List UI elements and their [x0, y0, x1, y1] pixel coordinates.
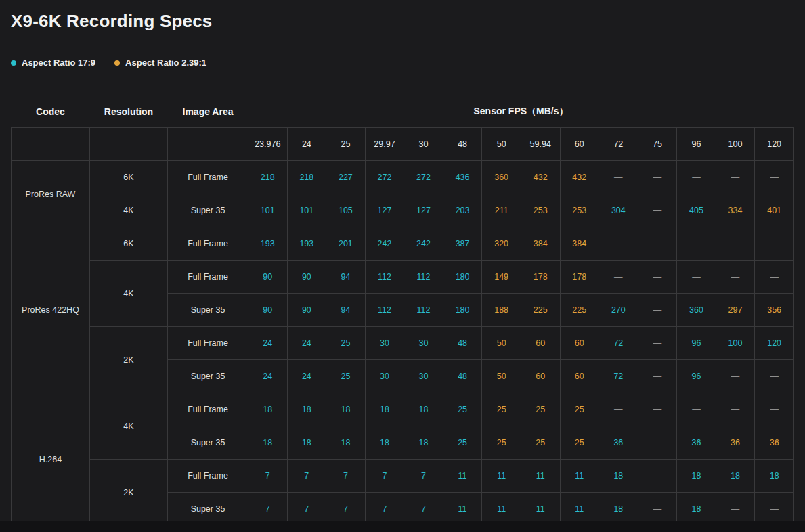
- spec-row: 2KFull Frame24242530304850606072—9610012…: [12, 327, 794, 360]
- bitrate-cell-na: —: [716, 393, 755, 426]
- bitrate-cell: 149: [482, 261, 521, 294]
- codec-cell: ProRes RAW: [12, 161, 90, 227]
- bitrate-cell: 96: [677, 327, 716, 360]
- bitrate-cell: 96: [677, 360, 716, 393]
- bitrate-cell: 30: [365, 360, 404, 393]
- bitrate-cell: 272: [365, 161, 404, 194]
- bitrate-cell: 25: [443, 393, 482, 426]
- bitrate-cell: 18: [755, 460, 794, 493]
- resolution-column-header: Resolution: [90, 96, 168, 128]
- empty-header-cell: [90, 128, 168, 161]
- bitrate-cell: 94: [326, 261, 366, 294]
- resolution-cell: 4K: [90, 261, 168, 327]
- bitrate-cell: 401: [755, 194, 794, 227]
- table-header-row: Codec Resolution Image Area Sensor FPS（M…: [12, 96, 794, 128]
- bitrate-cell-na: —: [755, 261, 794, 294]
- bitrate-cell: 356: [755, 294, 794, 327]
- resolution-cell: 4K: [90, 393, 168, 460]
- bitrate-cell: 112: [365, 294, 404, 327]
- bitrate-cell: 90: [248, 294, 288, 327]
- fps-column-30: 30: [404, 128, 443, 161]
- bitrate-cell: 18: [248, 393, 288, 426]
- bitrate-cell: 120: [755, 327, 794, 360]
- bitrate-cell: 218: [287, 161, 326, 194]
- image-area-cell: Full Frame: [168, 227, 248, 261]
- legend-label-17-9: Aspect Ratio 17:9: [22, 58, 95, 68]
- image-area-cell: Full Frame: [168, 161, 248, 194]
- bitrate-cell: 127: [404, 194, 443, 227]
- bitrate-cell-na: —: [599, 393, 638, 426]
- fps-column-100: 100: [716, 128, 755, 161]
- bitrate-cell-na: —: [638, 194, 677, 227]
- bitrate-cell: 18: [716, 460, 755, 493]
- bitrate-cell: 24: [248, 327, 288, 360]
- spec-row: H.2644KFull Frame181818181825252525—————: [12, 393, 794, 426]
- image-area-cell: Super 35: [168, 194, 248, 227]
- bitrate-cell-na: —: [716, 161, 755, 194]
- bitrate-cell: 60: [560, 360, 599, 393]
- bitrate-cell: 50: [482, 327, 521, 360]
- bitrate-cell: 18: [326, 393, 366, 426]
- bitrate-cell-na: —: [755, 227, 794, 261]
- bitrate-cell: 94: [326, 294, 366, 327]
- bitrate-cell: 188: [482, 294, 521, 327]
- bitrate-cell-na: —: [638, 327, 677, 360]
- bitrate-cell-na: —: [638, 393, 677, 426]
- bitrate-cell: 100: [716, 327, 755, 360]
- bitrate-cell: 178: [560, 261, 599, 294]
- bitrate-cell: 30: [365, 327, 404, 360]
- bitrate-cell: 180: [443, 261, 482, 294]
- bitrate-cell: 18: [287, 393, 326, 426]
- bitrate-cell: 193: [287, 227, 326, 261]
- image-area-cell: Super 35: [168, 360, 248, 393]
- bitrate-cell: 24: [287, 360, 326, 393]
- bitrate-cell: 18: [365, 393, 404, 426]
- bitrate-cell: 18: [599, 460, 638, 493]
- bitrate-cell-na: —: [716, 261, 755, 294]
- bitrate-cell-na: —: [677, 161, 716, 194]
- fps-column-72: 72: [599, 128, 638, 161]
- bitrate-cell: 193: [248, 227, 288, 261]
- recording-specs-table: Codec Resolution Image Area Sensor FPS（M…: [11, 96, 794, 526]
- legend-dot-17-9-icon: [11, 60, 16, 66]
- bitrate-cell: 320: [482, 227, 521, 261]
- bitrate-cell: 25: [482, 426, 521, 460]
- bitrate-cell-na: —: [677, 261, 716, 294]
- image-area-cell: Super 35: [168, 294, 248, 327]
- bitrate-cell: 30: [404, 360, 443, 393]
- bitrate-cell: 105: [326, 194, 366, 227]
- fps-column-24: 24: [287, 128, 326, 161]
- page-root: X9-6K Recording Specs Aspect Ratio 17:9 …: [0, 0, 805, 526]
- bitrate-cell-na: —: [638, 426, 677, 460]
- bitrate-cell: 201: [326, 227, 366, 261]
- bitrate-cell: 25: [521, 393, 560, 426]
- codec-column-header: Codec: [12, 96, 90, 128]
- bitrate-cell: 48: [443, 360, 482, 393]
- bitrate-cell: 11: [482, 460, 521, 493]
- bitrate-cell: 25: [560, 426, 599, 460]
- bitrate-cell-na: —: [677, 393, 716, 426]
- bitrate-cell: 432: [521, 161, 560, 194]
- bitrate-cell: 101: [287, 194, 326, 227]
- resolution-cell: 2K: [90, 460, 168, 526]
- bitrate-cell: 25: [482, 393, 521, 426]
- bitrate-cell: 7: [326, 460, 366, 493]
- bitrate-cell: 334: [716, 194, 755, 227]
- fps-values-row: 23.976242529.9730485059.9460727596100120: [12, 128, 794, 161]
- spec-row: 4KFull Frame909094112112180149178178————…: [12, 261, 794, 294]
- spec-row: 4KSuper 35101101105127127203211253253304…: [12, 194, 794, 227]
- fps-column-25: 25: [326, 128, 366, 161]
- bitrate-cell-na: —: [716, 360, 755, 393]
- bitrate-cell: 90: [287, 261, 326, 294]
- bitrate-cell-na: —: [638, 294, 677, 327]
- codec-cell: H.264: [12, 393, 90, 526]
- bitrate-cell: 25: [521, 426, 560, 460]
- bitrate-cell: 227: [326, 161, 366, 194]
- bitrate-cell: 90: [287, 294, 326, 327]
- bitrate-cell: 60: [521, 327, 560, 360]
- bitrate-cell: 436: [443, 161, 482, 194]
- bitrate-cell: 203: [443, 194, 482, 227]
- legend-item-2-39: Aspect Ratio 2.39:1: [114, 58, 206, 68]
- bitrate-cell: 18: [287, 426, 326, 460]
- bitrate-cell: 60: [521, 360, 560, 393]
